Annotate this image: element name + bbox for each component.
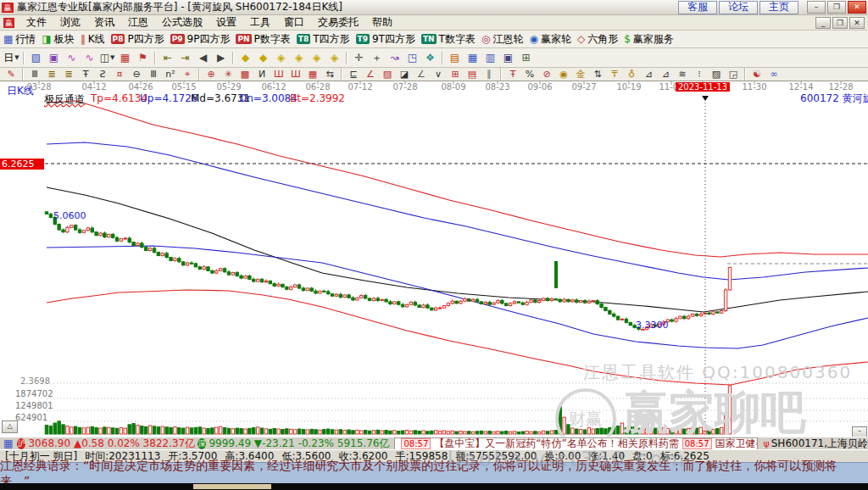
volume-pane-expand-button[interactable]: △ (2, 420, 18, 433)
news-headline[interactable]: 国家卫健委：昨日新增本土确诊病例23： (715, 437, 759, 450)
menu-item-设置[interactable]: 设置 (209, 14, 243, 31)
toolbar-button-P四方形[interactable]: P8P四方形 (111, 32, 164, 47)
toolbar2-tool-13-icon[interactable]: ▶ (212, 50, 230, 66)
toolbar2-tool-6-icon[interactable]: ◫▼ (98, 50, 116, 66)
toolbar3-tool-2-icon[interactable]: Ⅲ (26, 68, 43, 81)
menu-item-窗口[interactable]: 窗口 (277, 14, 311, 31)
menu-item-交易委托[interactable]: 交易委托 (311, 14, 365, 31)
toolbar2-tool-30-icon[interactable]: ▥ (481, 50, 499, 66)
toolbar3-tool-48-icon[interactable]: ∞ (765, 68, 782, 81)
toolbar3-tool-27-icon[interactable]: ∨ (430, 68, 447, 81)
toolbar3-tool-34-icon[interactable]: ⊘ (538, 68, 555, 81)
close-button[interactable]: ✕ (848, 1, 866, 14)
toolbar-button-K线[interactable]: ∥K线 (81, 32, 105, 47)
toolbar2-tool-5-icon[interactable]: ∿ (81, 50, 98, 66)
toolbar2-tool-11-icon[interactable]: ⇥ (176, 50, 194, 66)
toolbar-button-板块[interactable]: ◨板块 (42, 32, 74, 47)
toolbar2-tool-31-icon[interactable]: ▣ (499, 50, 517, 66)
toolbar3-tool-38-icon[interactable]: ₸ (606, 68, 623, 81)
titlebar-button-客服[interactable]: 客服 (678, 1, 717, 14)
toolbar-button-9P四方形[interactable]: P99P四方形 (170, 32, 231, 47)
toolbar3-tool-15-icon[interactable]: ▩ (236, 68, 253, 81)
toolbar-button-行情[interactable]: ▦行情 (3, 32, 36, 47)
toolbar2-tool-22-icon[interactable]: ✛ (350, 50, 368, 66)
toolbar-button-江恩轮[interactable]: ◎江恩轮 (481, 32, 523, 47)
toolbar3-tool-14-icon[interactable]: ✳ (220, 68, 236, 81)
toolbar-button-赢家轮[interactable]: ◉赢家轮 (529, 32, 570, 47)
menu-item-工具[interactable]: 工具 (243, 14, 277, 31)
toolbar3-tool-44-icon[interactable]: ▨ (708, 68, 725, 81)
toolbar3-tool-5-icon[interactable]: Ŧ (77, 68, 94, 81)
toolbar3-tool-8-icon[interactable]: ⊖ (128, 68, 145, 81)
menu-item-浏览[interactable]: 浏览 (53, 14, 87, 31)
toolbar3-tool-40-icon[interactable]: ⊿ (640, 68, 657, 81)
toolbar2-tool-23-icon[interactable]: ＋ (368, 50, 386, 66)
toolbar3-tool-43-icon[interactable]: ⁝ (691, 68, 708, 81)
menu-item-文件[interactable]: 文件 (19, 14, 53, 31)
toolbar2-tool-0-icon[interactable]: 日▼ (3, 50, 20, 66)
toolbar-button-9T四方形[interactable]: T99T四方形 (356, 32, 415, 47)
mdi-minimize-button[interactable]: _ (815, 17, 831, 29)
toolbar-button-T数字表[interactable]: TNT数字表 (421, 32, 476, 47)
toolbar2-tool-25-icon[interactable]: ◳ (403, 50, 421, 66)
toolbar3-tool-29-icon[interactable]: ▤ (464, 68, 481, 81)
toolbar3-tool-10-icon[interactable]: n² (162, 68, 179, 81)
news-ticker[interactable]: 08:57【盘中宝】又一新冠药“特仿”名单公布！相关原料药需08:57国家卫健委… (394, 437, 758, 450)
toolbar3-tool-9-icon[interactable]: Ⅲ (145, 68, 162, 81)
minimize-button[interactable]: – (807, 1, 826, 14)
toolbar3-tool-36-icon[interactable]: 金 (572, 68, 589, 81)
toolbar3-tool-0-icon[interactable]: ✎ (3, 68, 19, 81)
toolbar3-tool-13-icon[interactable]: ⊕ (203, 68, 220, 81)
kline-chart-pane[interactable]: 03-2804-1204-2605-1505-2906-1206-2807-12… (0, 81, 868, 437)
toolbar2-tool-18-icon[interactable]: ◈ (290, 50, 308, 66)
toolbar2-tool-4-icon[interactable]: ∿ (63, 50, 81, 66)
toolbar2-tool-3-icon[interactable]: ▣ (45, 50, 63, 66)
mdi-restore-button[interactable]: ❐ (832, 17, 848, 29)
toolbar2-tool-29-icon[interactable]: ▦ (464, 50, 481, 66)
toolbar2-tool-15-icon[interactable]: ◆ (236, 50, 254, 66)
titlebar-button-论坛[interactable]: 论坛 (719, 1, 758, 14)
calculator-icon[interactable]: ▦ (3, 437, 13, 449)
volume-pane-collapse-button[interactable]: – (852, 426, 867, 437)
toolbar2-tool-17-icon[interactable]: ◈ (272, 50, 290, 66)
toolbar3-tool-25-icon[interactable]: ◪ (396, 68, 413, 81)
toolbar2-tool-8-icon[interactable]: ⚑ (134, 50, 152, 66)
toolbar2-tool-32-icon[interactable]: ⊞ (517, 50, 535, 66)
toolbar3-tool-4-icon[interactable]: ≣ (60, 68, 77, 81)
toolbar3-tool-3-icon[interactable]: ≣ (43, 68, 60, 81)
toolbar3-tool-26-icon[interactable]: ∠ (413, 68, 430, 81)
toolbar3-tool-42-icon[interactable]: ≋ (674, 68, 691, 81)
toolbar2-tool-10-icon[interactable]: ⇤ (159, 50, 176, 66)
toolbar3-tool-24-icon[interactable]: ▨ (379, 68, 396, 81)
toolbar3-tool-18-icon[interactable]: Ш (287, 68, 304, 81)
toolbar2-tool-7-icon[interactable]: ▦ (116, 50, 134, 66)
toolbar-button-P数字表[interactable]: PNP数字表 (236, 32, 290, 47)
menu-item-公式选股[interactable]: 公式选股 (155, 14, 209, 31)
toolbar3-tool-22-icon[interactable]: ⊑ (345, 68, 362, 81)
maximize-button[interactable]: ❐ (827, 1, 846, 14)
menu-item-帮助[interactable]: 帮助 (365, 14, 399, 31)
toolbar3-tool-20-icon[interactable]: ⇆ (321, 68, 338, 81)
kline-chart-canvas[interactable] (0, 81, 868, 437)
toolbar3-tool-23-icon[interactable]: ∠ (362, 68, 379, 81)
toolbar-button-赢家服务[interactable]: $赢家服务 (624, 32, 674, 47)
toolbar2-tool-16-icon[interactable]: ◆ (254, 50, 272, 66)
toolbar2-tool-12-icon[interactable]: ◀ (194, 50, 212, 66)
toolbar2-tool-19-icon[interactable]: ◈ (308, 50, 326, 66)
menu-item-江恩[interactable]: 江恩 (121, 14, 155, 31)
news-headline[interactable]: 【盘中宝】又一新冠药“特仿”名单公布！相关原料药需 (434, 437, 678, 450)
toolbar3-tool-39-icon[interactable]: ♁ (623, 68, 640, 81)
toolbar3-tool-41-icon[interactable]: ⊿ (657, 68, 674, 81)
toolbar3-tool-19-icon[interactable]: ▦ (304, 68, 321, 81)
toolbar2-tool-28-icon[interactable]: ▤ (446, 50, 464, 66)
toolbar2-tool-20-icon[interactable]: ◈ (326, 50, 343, 66)
toolbar-button-六角形[interactable]: ◇六角形 (577, 32, 618, 47)
toolbar3-tool-35-icon[interactable]: ◉ (555, 68, 572, 81)
toolbar3-tool-16-icon[interactable]: И (253, 68, 270, 81)
toolbar3-tool-7-icon[interactable]: ¤ (111, 68, 128, 81)
toolbar3-tool-28-icon[interactable]: ⊞ (447, 68, 464, 81)
toolbar3-tool-30-icon[interactable]: ∥ (481, 68, 498, 81)
indicator-name[interactable]: 极反通道 (44, 92, 85, 107)
toolbar2-tool-26-icon[interactable]: ❖ (421, 50, 439, 66)
titlebar-button-主页[interactable]: 主页 (760, 1, 798, 14)
